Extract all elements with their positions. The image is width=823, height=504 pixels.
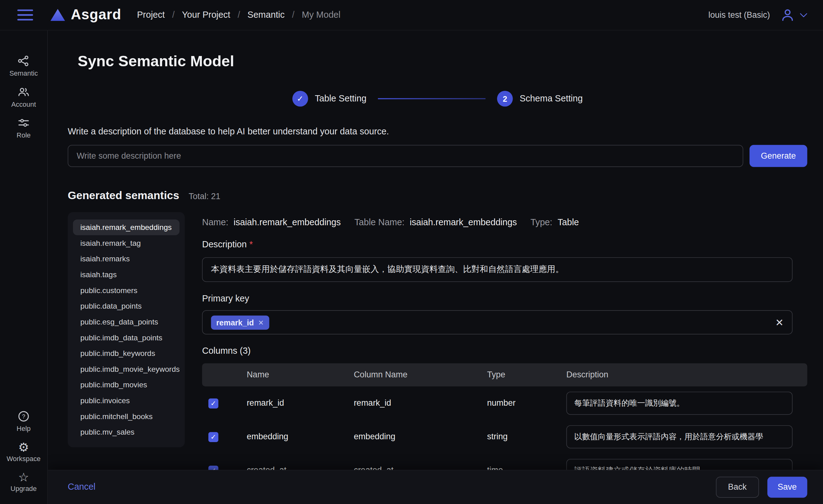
question-circle-icon: ? — [17, 410, 30, 423]
header-column-name: Column Name — [354, 370, 487, 379]
star-icon: ☆ — [18, 470, 29, 484]
sidebar-item-label: Role — [0, 131, 47, 139]
list-item[interactable]: public.imdb_movies — [73, 377, 180, 393]
columns-table-header: Name Column Name Type Description — [202, 363, 807, 386]
footer-bar: Cancel Back Save — [48, 470, 823, 504]
list-item[interactable]: isaiah.remarks — [73, 251, 180, 267]
list-item[interactable]: public.imdb_keywords — [73, 345, 180, 361]
sidebar-item-label: Workspace — [0, 455, 47, 462]
breadcrumb-separator: / — [172, 10, 174, 20]
primary-key-chip[interactable]: remark_id ✕ — [211, 315, 269, 329]
list-item[interactable]: public.customers — [73, 283, 180, 298]
list-item[interactable]: public.mitchell_books — [73, 408, 180, 425]
brand-logo[interactable]: Asgard — [50, 7, 121, 23]
list-item[interactable]: public.esg_data_points — [73, 314, 180, 330]
hamburger-menu-icon[interactable] — [17, 9, 33, 20]
step-schema-setting[interactable]: 2 Schema Setting — [497, 91, 583, 107]
name-value: isaiah.remark_embeddings — [233, 217, 341, 228]
app-window: Asgard Project / Your Project / Semantic… — [0, 0, 823, 504]
generated-semantics-title: Generated semantics — [68, 189, 179, 202]
required-asterisk: * — [250, 239, 253, 249]
step1-label: Table Setting — [315, 93, 366, 104]
sidebar-item-workspace[interactable]: ⚙ Workspace — [0, 437, 47, 467]
sidebar-bottom: ? Help ⚙ Workspace ☆ Upgrade — [0, 406, 47, 504]
breadcrumb-my-model: My Model — [302, 10, 340, 20]
cell-description-input[interactable]: 每筆評語資料的唯一識別編號。 — [566, 392, 793, 415]
save-button[interactable]: Save — [767, 477, 807, 498]
database-description-input[interactable] — [68, 145, 744, 167]
chip-remove-icon[interactable]: ✕ — [258, 318, 264, 326]
list-item[interactable]: public.data_points — [73, 298, 180, 314]
stepper: ✓ Table Setting 2 Schema Setting — [68, 91, 807, 107]
row-checkbox[interactable]: ✓ — [208, 398, 218, 408]
database-description-hint: Write a description of the database to h… — [68, 127, 807, 137]
cell-type: number — [487, 398, 566, 408]
check-icon: ✓ — [297, 94, 303, 103]
semantic-graph-icon — [17, 55, 30, 67]
breadcrumb-semantic[interactable]: Semantic — [247, 10, 285, 20]
header-description: Description — [566, 370, 807, 379]
sidebar-item-upgrade[interactable]: ☆ Upgrade — [0, 467, 47, 497]
user-avatar-icon[interactable] — [780, 8, 795, 22]
breadcrumb-separator: / — [292, 10, 295, 20]
step2-label: Schema Setting — [520, 93, 583, 104]
table-row: ✓ remark_id remark_id number 每筆評語資料的唯一識別… — [202, 386, 807, 420]
breadcrumb-your-project[interactable]: Your Project — [182, 10, 230, 20]
breadcrumb-separator: / — [237, 10, 240, 20]
back-button[interactable]: Back — [716, 477, 759, 498]
cancel-button[interactable]: Cancel — [68, 482, 96, 493]
cell-name: remark_id — [246, 398, 354, 408]
user-menu[interactable]: louis test (Basic) — [708, 8, 808, 22]
gear-icon: ⚙ — [18, 441, 29, 454]
sliders-icon — [17, 117, 30, 129]
main-area: Sync Semantic Model ✓ Table Setting 2 Sc… — [48, 30, 823, 504]
page-title: Sync Semantic Model — [78, 52, 807, 70]
primary-key-label: Primary key — [202, 293, 807, 304]
sidebar: Semantic Account Role ? — [0, 30, 48, 504]
step2-circle: 2 — [497, 91, 513, 107]
sidebar-item-role[interactable]: Role — [0, 112, 47, 143]
columns-count-label: Columns (3) — [202, 346, 807, 356]
cell-column-name: embedding — [354, 432, 487, 442]
cell-column-name: remark_id — [354, 398, 487, 408]
list-item[interactable]: public.mv_sales — [73, 425, 180, 440]
description-label: Description* — [202, 239, 807, 250]
header-type: Type — [487, 370, 566, 379]
sidebar-item-semantic[interactable]: Semantic — [0, 50, 47, 81]
chevron-down-icon[interactable] — [799, 10, 808, 20]
table-meta-row: Name: isaiah.remark_embeddings Table Nam… — [202, 217, 807, 228]
list-item[interactable]: public.imdb_data_points — [73, 330, 180, 346]
list-item[interactable]: public.imdb_movie_keywords — [73, 361, 180, 377]
sidebar-item-label: Semantic — [0, 69, 47, 77]
table-name-label: Table Name: — [354, 217, 404, 228]
tables-list-panel: isaiah.remark_embeddings isaiah.remark_t… — [68, 212, 185, 447]
sidebar-item-label: Upgrade — [0, 485, 47, 493]
list-item[interactable]: isaiah.tags — [73, 267, 180, 283]
cell-type: string — [487, 432, 566, 442]
generate-button[interactable]: Generate — [750, 145, 807, 167]
triangle-logo-icon — [50, 9, 65, 21]
list-item[interactable]: isaiah.remark_embeddings — [73, 219, 180, 235]
clear-field-icon[interactable]: ✕ — [776, 317, 784, 327]
list-item[interactable]: isaiah.remark_tag — [73, 235, 180, 251]
sidebar-item-label: Account — [0, 100, 47, 108]
user-name: louis test (Basic) — [708, 10, 770, 20]
chip-label: remark_id — [216, 318, 254, 327]
breadcrumb-project[interactable]: Project — [137, 10, 165, 20]
table-description-textarea[interactable]: 本資料表主要用於儲存評語資料及其向量嵌入，協助實現資料查詢、比對和自然語言處理應… — [202, 257, 793, 282]
cell-description-input[interactable]: 以數值向量形式表示評語內容，用於語意分析或機器學 — [566, 425, 793, 448]
cell-name: embedding — [246, 432, 354, 442]
step-table-setting[interactable]: ✓ Table Setting — [292, 91, 366, 107]
svg-text:?: ? — [22, 413, 25, 420]
sidebar-item-account[interactable]: Account — [0, 81, 47, 113]
brand-name: Asgard — [71, 7, 121, 23]
primary-key-field[interactable]: remark_id ✕ ✕ — [202, 310, 793, 334]
list-item[interactable]: public.invoices — [73, 393, 180, 408]
table-name-value: isaiah.remark_embeddings — [409, 217, 517, 228]
people-icon — [17, 86, 30, 98]
header-name: Name — [246, 370, 354, 379]
row-checkbox[interactable]: ✓ — [208, 432, 218, 442]
sidebar-item-help[interactable]: ? Help — [0, 406, 47, 437]
step-connector-line — [378, 98, 486, 99]
step1-circle: ✓ — [292, 91, 308, 107]
